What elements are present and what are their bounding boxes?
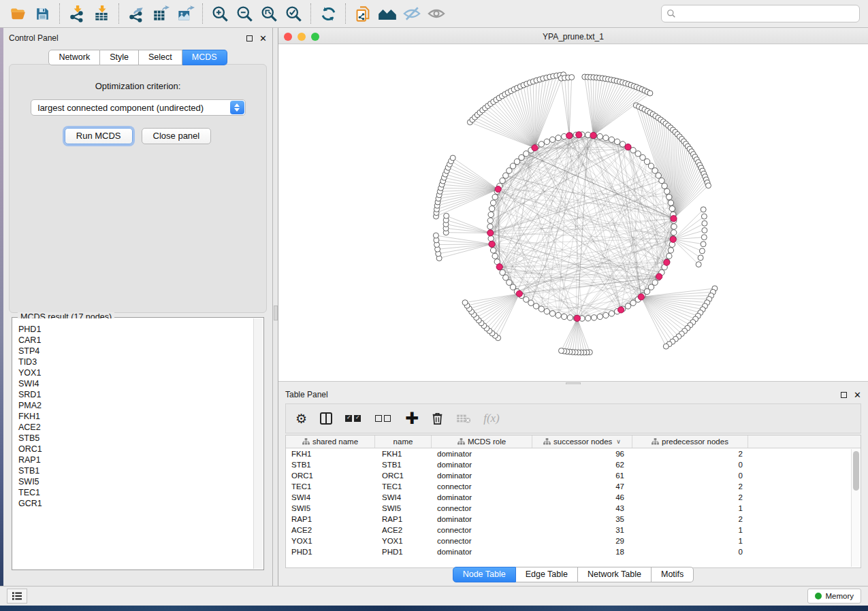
mcds-list-scrollbar[interactable] — [253, 318, 263, 569]
import-table-button[interactable] — [89, 3, 114, 24]
splitter-handle[interactable] — [274, 306, 278, 320]
mcds-result-item[interactable]: SWI5 — [18, 476, 253, 487]
mcds-result-list[interactable]: PHD1CAR1STP4TID3YOX1SWI4SRD1PMA2FKH1ACE2… — [13, 318, 253, 569]
tab-node-table[interactable]: Node Table — [453, 567, 516, 582]
table-row[interactable]: PHD1PHD1dominator180 — [286, 546, 861, 557]
table-row[interactable]: FKH1FKH1dominator962 — [286, 448, 861, 459]
scrollbar-thumb[interactable] — [853, 451, 859, 491]
table-row[interactable]: SWI4SWI4dominator462 — [286, 492, 861, 503]
delete-rows-button[interactable] — [431, 408, 444, 429]
optimization-criterion-select[interactable]: largest connected component (undirected) — [31, 99, 246, 116]
mcds-result-item[interactable]: ORC1 — [18, 444, 253, 455]
cell-shared-name[interactable]: TEC1 — [286, 481, 375, 492]
mcds-result-item[interactable]: TID3 — [18, 357, 253, 367]
cell-MCDS-role[interactable]: connector — [432, 525, 532, 535]
cell-MCDS-role[interactable]: connector — [432, 503, 532, 514]
zoom-fit-button[interactable] — [257, 3, 281, 24]
cell-shared-name[interactable]: YOX1 — [286, 535, 375, 546]
cell-predecessor-nodes[interactable]: 1 — [632, 503, 748, 514]
cell-predecessor-nodes[interactable]: 2 — [632, 448, 748, 459]
cell-MCDS-role[interactable]: dominator — [432, 546, 532, 557]
cell-successor-nodes[interactable]: 96 — [532, 448, 632, 459]
mcds-result-item[interactable]: TEC1 — [18, 487, 253, 498]
show-all-button[interactable] — [424, 3, 449, 24]
zoom-out-button[interactable] — [232, 3, 257, 24]
mcds-result-item[interactable]: STP4 — [18, 346, 253, 357]
table-row[interactable]: ACE2ACE2connector311 — [286, 525, 861, 535]
cell-name[interactable]: SWI5 — [375, 503, 432, 514]
column-header-MCDS-role[interactable]: MCDS role — [432, 435, 532, 448]
cell-name[interactable]: RAP1 — [375, 514, 432, 525]
tab-network-table[interactable]: Network Table — [578, 567, 652, 582]
cell-MCDS-role[interactable]: connector — [432, 535, 532, 546]
show-columns-button[interactable] — [319, 408, 333, 429]
close-panel-icon[interactable]: ✕ — [854, 392, 861, 398]
cell-shared-name[interactable]: STB1 — [286, 459, 375, 470]
cell-successor-nodes[interactable]: 61 — [532, 470, 632, 481]
cell-successor-nodes[interactable]: 18 — [532, 546, 632, 557]
tab-motifs[interactable]: Motifs — [652, 567, 694, 582]
cell-predecessor-nodes[interactable]: 2 — [632, 481, 748, 492]
cell-shared-name[interactable]: RAP1 — [286, 514, 375, 525]
network-graph[interactable] — [278, 44, 868, 381]
cell-name[interactable]: YOX1 — [375, 535, 432, 546]
search-input[interactable] — [679, 9, 854, 18]
cell-name[interactable]: SWI4 — [375, 492, 432, 503]
float-panel-icon[interactable] — [841, 392, 847, 398]
cell-shared-name[interactable]: SWI4 — [286, 492, 375, 503]
cell-predecessor-nodes[interactable]: 2 — [632, 492, 748, 503]
table-row[interactable]: ORC1ORC1dominator610 — [286, 470, 861, 481]
apply-layout-button[interactable] — [316, 3, 340, 24]
cell-name[interactable]: STB1 — [375, 459, 432, 470]
column-header-successor-nodes[interactable]: successor nodes∨ — [532, 435, 632, 448]
cell-MCDS-role[interactable]: dominator — [432, 514, 532, 525]
cell-MCDS-role[interactable]: dominator — [432, 448, 532, 459]
cell-shared-name[interactable]: ORC1 — [286, 470, 375, 481]
apply-function-button[interactable]: f(x) — [483, 408, 500, 429]
cell-MCDS-role[interactable]: connector — [432, 481, 532, 492]
float-panel-icon[interactable] — [246, 35, 253, 42]
add-row-button[interactable]: ✚ — [405, 408, 419, 429]
table-row[interactable]: SWI5SWI5connector431 — [286, 503, 861, 514]
table-scrollbar[interactable] — [851, 449, 860, 567]
cell-shared-name[interactable]: FKH1 — [286, 448, 375, 459]
save-session-button[interactable] — [30, 3, 54, 24]
deselect-all-button[interactable] — [375, 408, 393, 429]
show-panels-button[interactable] — [7, 589, 27, 604]
select-all-button[interactable] — [345, 408, 363, 429]
mcds-result-item[interactable]: PHD1 — [18, 324, 253, 335]
cell-predecessor-nodes[interactable]: 0 — [632, 470, 748, 481]
table-row[interactable]: YOX1YOX1connector291 — [286, 535, 861, 546]
first-neighbors-button[interactable] — [375, 3, 400, 24]
cell-MCDS-role[interactable]: dominator — [432, 459, 532, 470]
cell-successor-nodes[interactable]: 29 — [532, 535, 632, 546]
cell-predecessor-nodes[interactable]: 1 — [632, 535, 748, 546]
hide-selected-button[interactable] — [400, 3, 424, 24]
column-header-name[interactable]: name — [375, 435, 432, 448]
mcds-result-item[interactable]: STB1 — [18, 465, 253, 476]
zoom-in-button[interactable] — [208, 3, 232, 24]
import-network-button[interactable] — [65, 3, 89, 24]
run-mcds-button[interactable]: Run MCDS — [65, 128, 133, 144]
cell-name[interactable]: ACE2 — [375, 525, 432, 535]
duplicate-network-button[interactable] — [351, 3, 375, 24]
tab-select[interactable]: Select — [139, 50, 182, 65]
column-header-shared-name[interactable]: shared name — [286, 435, 375, 448]
mcds-result-item[interactable]: FKH1 — [18, 411, 253, 422]
cell-name[interactable]: FKH1 — [375, 448, 432, 459]
cell-predecessor-nodes[interactable]: 0 — [632, 546, 748, 557]
tab-network[interactable]: Network — [48, 50, 100, 65]
memory-button[interactable]: Memory — [807, 589, 861, 604]
cell-predecessor-nodes[interactable]: 2 — [632, 514, 748, 525]
cell-shared-name[interactable]: PHD1 — [286, 546, 375, 557]
cell-successor-nodes[interactable]: 46 — [532, 492, 632, 503]
mcds-result-item[interactable]: PMA2 — [18, 400, 253, 411]
mcds-result-item[interactable]: CAR1 — [18, 335, 253, 346]
network-view-canvas[interactable] — [278, 44, 868, 381]
cell-name[interactable]: ORC1 — [375, 470, 432, 481]
cell-successor-nodes[interactable]: 43 — [532, 503, 632, 514]
cell-MCDS-role[interactable]: dominator — [432, 470, 532, 481]
cell-name[interactable]: PHD1 — [375, 546, 432, 557]
column-header-predecessor-nodes[interactable]: predecessor nodes — [632, 435, 748, 448]
mcds-result-item[interactable]: SWI4 — [18, 378, 253, 389]
